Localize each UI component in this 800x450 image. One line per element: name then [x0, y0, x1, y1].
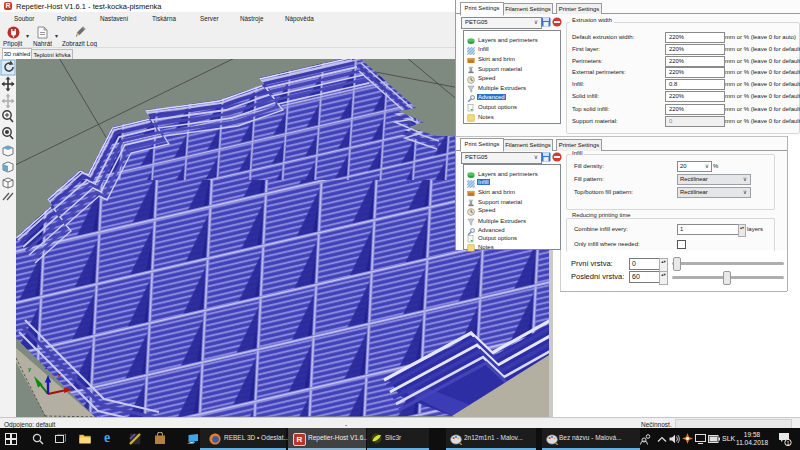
- svg-text:z: z: [45, 364, 48, 370]
- svg-text:1: 1: [786, 440, 789, 446]
